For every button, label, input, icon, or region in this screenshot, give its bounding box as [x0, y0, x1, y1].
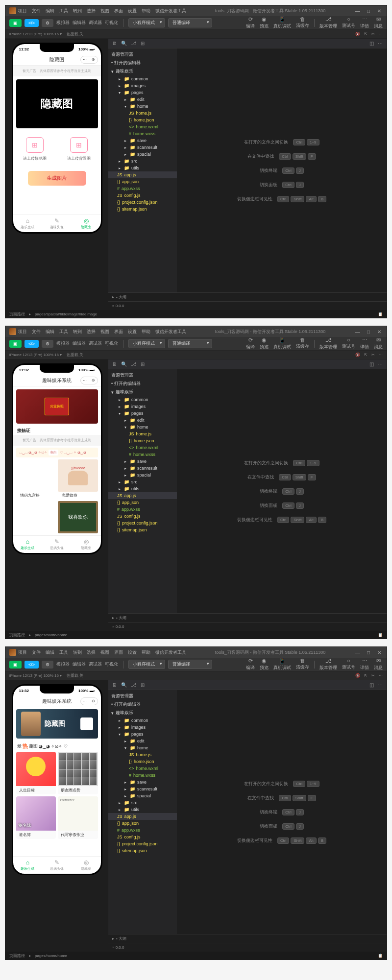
minimize-button[interactable]: — — [354, 650, 361, 655]
menu-help[interactable]: 帮助 — [142, 8, 150, 14]
compile-dropdown[interactable]: 普通编译 — [168, 18, 212, 27]
menu-edit[interactable]: 编辑 — [46, 8, 54, 14]
folder-home[interactable]: ▾📁 home — [108, 103, 177, 110]
file-projectconfig[interactable]: {} project.config.json — [108, 199, 177, 206]
file-homewxml[interactable]: <> home.wxml — [108, 123, 177, 130]
compile-button[interactable]: ⟳编译 — [246, 16, 255, 29]
realdevice-button[interactable]: 📱真机调试 — [273, 337, 291, 350]
more-icon[interactable]: ⋯ — [379, 32, 383, 36]
folder-images[interactable]: ▸📁 images — [108, 82, 177, 89]
tab-hidden[interactable]: ◎隐藏室 — [72, 215, 101, 232]
card-homework[interactable]: 化学寒假作业代写寒假作业 — [58, 796, 98, 839]
menu-file[interactable]: 文件 — [32, 8, 41, 14]
debugger-label[interactable]: 调试器 — [89, 20, 102, 26]
editor-button[interactable]: </> — [24, 340, 39, 348]
upload-bg-button[interactable]: ⊞请上传背景图 — [67, 137, 91, 161]
version-button[interactable]: ⎇版本管理 — [319, 16, 337, 29]
split-icon[interactable]: ◫ — [369, 41, 374, 46]
visual-label[interactable]: 可视化 — [105, 20, 118, 26]
search-icon[interactable]: 🔍 — [121, 41, 127, 46]
debugger-toggle[interactable]: ⚙ — [42, 340, 53, 348]
clearcache-button[interactable]: 🗑清缓存 — [296, 337, 309, 350]
hotreload-toggle[interactable]: 热重载 关 — [67, 31, 83, 37]
mode-dropdown[interactable]: 小程序模式 — [128, 660, 165, 669]
capsule-menu[interactable]: ⋯⊙ — [80, 377, 98, 384]
folder-utils[interactable]: ▸📁 utils — [108, 165, 177, 171]
debugger-toggle[interactable]: ⚙ — [42, 19, 53, 27]
card-likes[interactable]: 朋友圈点赞 — [58, 752, 98, 794]
message-button[interactable]: ✉消息 — [374, 16, 383, 29]
close-button[interactable]: ✕ — [376, 650, 383, 655]
file-sitemap[interactable]: {} sitemap.json — [108, 206, 177, 213]
page-path[interactable]: pages/home/home — [35, 633, 67, 637]
hotreload-toggle[interactable]: 热重载 关 — [67, 673, 83, 678]
page-path[interactable]: pages/home/home — [35, 954, 67, 958]
copy-icon[interactable]: 📋 — [378, 312, 383, 316]
tab-hidden[interactable]: ◎隐藏室 — [72, 536, 101, 553]
cut-icon[interactable]: ✂ — [371, 32, 375, 36]
test-button[interactable]: ○测试号 — [342, 16, 355, 29]
simulator-button[interactable]: ▣ — [9, 661, 22, 669]
share-icon[interactable]: ⇱ — [364, 32, 368, 36]
folder-common[interactable]: ▸📁 common — [108, 75, 177, 82]
close-button[interactable]: ✕ — [376, 8, 383, 14]
compile-dropdown[interactable]: 普通编译 — [168, 339, 212, 348]
card-signature[interactable]: 签名簿 — [16, 796, 56, 839]
editor-button[interactable]: </> — [24, 19, 39, 27]
folder-save[interactable]: ▸📁 save — [108, 137, 177, 144]
folder-src[interactable]: ▸📁 src — [108, 158, 177, 165]
menu-goto[interactable]: 转到 — [73, 8, 82, 14]
device-selector[interactable]: iPhone 12/13 (Pre) 100% 16 ▾ — [9, 673, 62, 678]
menu-project[interactable]: 项目 — [18, 8, 27, 14]
hero-banner[interactable]: 隐藏图 — [16, 709, 98, 739]
more-icon[interactable]: ⋯ — [378, 41, 383, 46]
editor-button[interactable]: </> — [24, 661, 39, 669]
simulator-button[interactable]: ▣ — [9, 340, 22, 348]
debugger-toggle[interactable]: ⚙ — [42, 661, 53, 669]
capsule-menu[interactable]: ⋯⊙ — [80, 56, 98, 64]
compile-dropdown[interactable]: 普通编译 — [168, 660, 212, 669]
console-bar[interactable]: ▸• 大纲 — [108, 292, 387, 301]
tab-home[interactable]: ⌂趣乐生成 — [13, 215, 43, 232]
minimize-button[interactable]: — — [354, 329, 361, 335]
grid-nine[interactable] — [16, 459, 56, 492]
file-configjs[interactable]: JS config.js — [108, 192, 177, 199]
tab-avatar[interactable]: ✎恶搞头像 — [42, 536, 72, 553]
folder-edit[interactable]: ▸📁 edit — [108, 96, 177, 103]
compile-button[interactable]: ⟳编译 — [246, 337, 255, 350]
ext-icon[interactable]: ⊞ — [141, 41, 145, 46]
editor-label[interactable]: 编辑器 — [73, 20, 86, 26]
cert-banner[interactable]: 营业执照 — [16, 389, 98, 424]
menu-devtools[interactable]: 微信开发者工具 — [155, 8, 186, 14]
close-button[interactable]: ✕ — [376, 329, 383, 335]
file-homewxss[interactable]: # home.wxss — [108, 130, 177, 137]
menu-ui[interactable]: 界面 — [114, 8, 123, 14]
page-path[interactable]: pages/spacial/hideimage/hideimage — [35, 312, 97, 316]
device-selector[interactable]: iPhone 12/13 (Pre) 100% 16 ▾ — [9, 32, 62, 36]
simulator-button[interactable]: ▣ — [9, 19, 22, 27]
grid-tattoo[interactable]: 믿faidene — [58, 459, 98, 492]
file-homejson[interactable]: {} home.json — [108, 117, 177, 123]
preview-button[interactable]: ◉预览 — [260, 337, 269, 350]
menu-select[interactable]: 选择 — [87, 8, 96, 14]
file-appjs[interactable]: JS app.js — [108, 171, 177, 178]
file-appwxss[interactable]: # app.wxss — [108, 185, 177, 192]
tab-hidden[interactable]: ◎隐藏室 — [72, 857, 101, 874]
tab-avatar[interactable]: ✎趣味头像 — [42, 215, 72, 232]
root-folder[interactable]: ▾ 趣味娱乐 — [108, 67, 177, 75]
minimize-button[interactable]: — — [354, 8, 361, 14]
grid-board[interactable]: 我喜欢你 — [58, 501, 98, 533]
maximize-button[interactable]: □ — [365, 329, 372, 335]
folder-scanresult[interactable]: ▸📁 scanresult — [108, 144, 177, 151]
clearcache-button[interactable]: 🗑清缓存 — [296, 16, 309, 29]
timeline-bar[interactable]: » 0.0.0 — [108, 301, 387, 310]
mode-dropdown[interactable]: 小程序模式 — [128, 18, 165, 27]
folder-spacial[interactable]: ▸📁 spacial — [108, 151, 177, 158]
folder-pages[interactable]: ▾📁 pages — [108, 89, 177, 96]
simulator-label[interactable]: 模拟器 — [56, 20, 70, 26]
tab-home[interactable]: ⌂趣乐生成 — [13, 536, 43, 553]
menu-settings[interactable]: 设置 — [128, 8, 137, 14]
card-goal[interactable]: 人生目标 — [16, 752, 56, 794]
explorer-header[interactable]: 资源管理器 — [108, 50, 177, 59]
file-appjson[interactable]: {} app.json — [108, 178, 177, 185]
